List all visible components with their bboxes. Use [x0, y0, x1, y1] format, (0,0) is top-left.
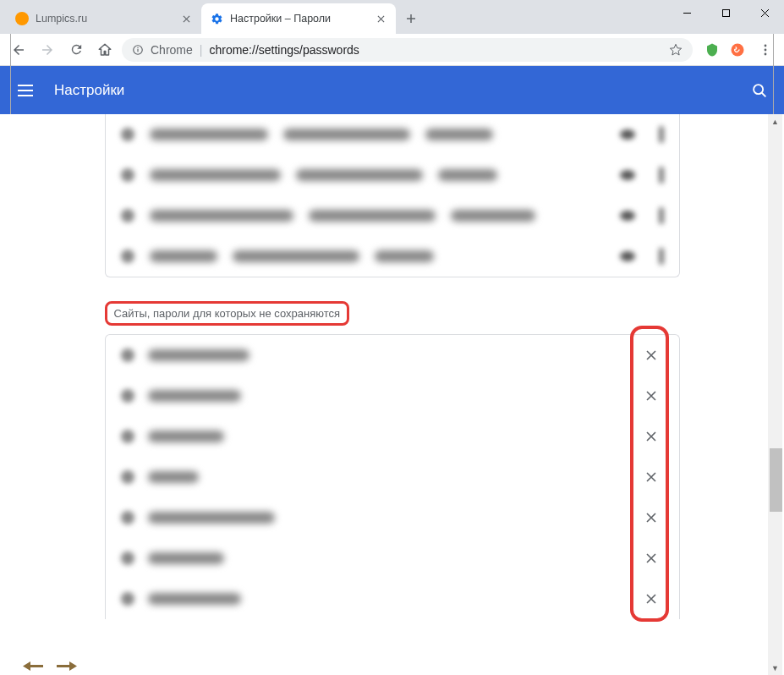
reload-button[interactable]: [64, 38, 88, 62]
scroll-up-arrow[interactable]: ▲: [768, 114, 782, 129]
svg-point-5: [765, 44, 767, 47]
svg-rect-2: [137, 48, 138, 52]
close-icon: [645, 552, 657, 564]
favicon-lumpics: [15, 12, 29, 25]
hamburger-icon[interactable]: [15, 80, 36, 101]
maximize-button[interactable]: [706, 0, 745, 25]
more-icon[interactable]: [659, 207, 664, 224]
url-text: chrome://settings/passwords: [209, 43, 359, 57]
more-icon[interactable]: [659, 248, 664, 265]
never-save-row: [106, 416, 679, 457]
password-row[interactable]: [106, 114, 679, 155]
annotation-nav-arrows: [20, 660, 79, 672]
password-row[interactable]: [106, 155, 679, 195]
scrollbar-thumb[interactable]: [770, 448, 782, 512]
saved-passwords-card: [105, 114, 680, 277]
remove-button[interactable]: [639, 586, 664, 612]
remove-button[interactable]: [639, 383, 664, 409]
omnibox[interactable]: Chrome | chrome://settings/passwords: [122, 38, 693, 62]
url-separator: |: [200, 43, 203, 57]
star-icon[interactable]: [669, 43, 683, 57]
never-save-section-header: Сайты, пароли для которых не сохраняются: [105, 301, 680, 326]
minimize-button[interactable]: [667, 0, 706, 25]
show-password-icon[interactable]: [620, 129, 635, 140]
close-icon: [645, 431, 657, 442]
never-save-row: [106, 376, 679, 416]
close-icon: [645, 349, 657, 361]
show-password-icon[interactable]: [620, 170, 635, 180]
close-icon: [645, 390, 657, 402]
window-controls: [667, 0, 784, 29]
window-titlebar: Lumpics.ru Настройки – Пароли: [0, 0, 784, 34]
close-icon: [645, 471, 657, 483]
close-icon[interactable]: [374, 12, 387, 25]
never-save-row: [106, 335, 679, 376]
extension-icon[interactable]: [728, 41, 747, 59]
next-arrow-icon[interactable]: [54, 660, 79, 672]
show-password-icon[interactable]: [620, 211, 635, 221]
info-icon: [132, 44, 144, 56]
extensions-row: [703, 38, 777, 62]
settings-title: Настройки: [54, 82, 124, 99]
tab-lumpics[interactable]: Lumpics.ru: [7, 3, 201, 34]
svg-point-4: [732, 43, 744, 56]
password-row[interactable]: [106, 236, 679, 277]
tab-title: Настройки – Пароли: [230, 13, 367, 25]
settings-header: Настройки: [0, 66, 784, 114]
remove-button[interactable]: [639, 343, 664, 368]
never-save-row: [106, 457, 679, 497]
password-row[interactable]: [106, 195, 679, 236]
show-password-icon[interactable]: [620, 251, 635, 261]
close-icon[interactable]: [179, 12, 193, 25]
scroll-down-arrow[interactable]: ▼: [768, 661, 782, 675]
chrome-menu-button[interactable]: [754, 38, 777, 62]
remove-button[interactable]: [639, 505, 664, 530]
more-icon[interactable]: [659, 167, 664, 184]
settings-content: ▲ ▼ Сайты, пароли для которых не сохраня…: [0, 114, 784, 675]
never-save-row: [106, 497, 679, 538]
new-tab-button[interactable]: [399, 7, 423, 30]
prev-arrow-icon[interactable]: [20, 660, 46, 672]
search-icon[interactable]: [750, 81, 769, 100]
svg-point-7: [765, 52, 767, 55]
remove-button[interactable]: [639, 464, 664, 490]
close-icon: [645, 593, 657, 605]
window-close-button[interactable]: [745, 0, 784, 25]
tab-strip: Lumpics.ru Настройки – Пароли: [7, 3, 423, 34]
vertical-scrollbar[interactable]: [768, 114, 782, 675]
svg-point-6: [765, 48, 767, 51]
remove-button[interactable]: [639, 546, 664, 571]
back-button[interactable]: [7, 38, 30, 62]
svg-rect-0: [722, 9, 729, 16]
adblock-icon[interactable]: [703, 41, 721, 59]
favicon-settings: [210, 12, 223, 25]
address-bar: Chrome | chrome://settings/passwords: [0, 34, 784, 66]
home-button[interactable]: [93, 38, 117, 62]
svg-point-8: [754, 85, 763, 94]
url-scheme-label: Chrome: [151, 43, 193, 57]
close-icon: [645, 512, 657, 524]
never-save-title: Сайты, пароли для которых не сохраняются: [105, 301, 350, 326]
never-save-card: [105, 334, 680, 619]
more-icon[interactable]: [659, 126, 664, 143]
never-save-row: [106, 538, 679, 579]
svg-rect-3: [137, 47, 138, 47]
tab-settings-passwords[interactable]: Настройки – Пароли: [201, 3, 396, 34]
forward-button[interactable]: [36, 38, 59, 62]
tab-title: Lumpics.ru: [36, 13, 173, 25]
never-save-row: [106, 579, 679, 619]
remove-button[interactable]: [639, 424, 664, 449]
